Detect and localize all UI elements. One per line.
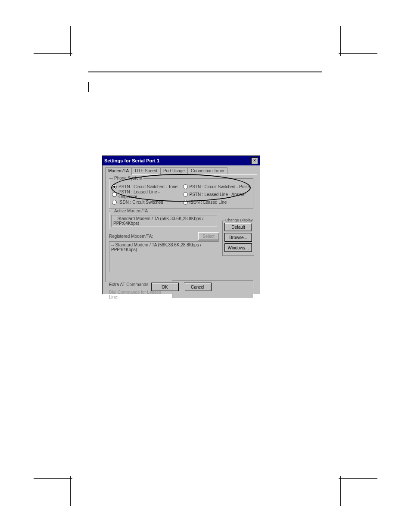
tab-label: Port Usage [163,168,185,173]
registered-modem-row: Registered Modem/TA: Select [109,232,219,240]
tab-connection-timer[interactable]: Connection Timer [188,167,227,175]
radio-isdn-ll[interactable]: ISDN : Leased Line [183,199,251,205]
radio-isdn-cs[interactable]: ISDN : Circuit Switched [112,199,180,205]
page-rule [88,72,322,72]
tab-panel-modem-ta: Phone System PSTN : Circuit Switched - T… [105,174,257,282]
tabstrip: Modem/TA DTE Speed Port Usage Connection… [105,167,257,175]
button-label: Cancel [191,285,204,289]
tab-label: Modem/TA [108,168,129,173]
crop-mark [70,26,71,56]
phone-system-legend: Phone System [113,176,143,180]
button-label: Windows... [228,246,249,250]
radio-icon [112,184,117,189]
crop-mark [70,476,71,506]
radio-icon [112,192,117,197]
phone-system-options: PSTN : Circuit Switched - Tone PSTN : Ci… [112,183,250,205]
tab-label: Connection Timer [191,168,224,173]
dial-commands-label: Dial Commands for Leased Line: [109,290,169,299]
active-modem-legend: Active Modem/TA [113,208,149,213]
close-icon: × [253,159,256,163]
page-rule-box [88,82,322,92]
windows-button[interactable]: Windows... [224,243,252,252]
dial-commands-row: Dial Commands for Leased Line: [109,290,253,299]
radio-pstn-cs-pulse[interactable]: PSTN : Circuit Switched - Pulse [183,183,251,190]
radio-label: PSTN : Circuit Switched - Pulse [190,184,250,189]
radio-label: PSTN : Leased Line - Originator [118,190,180,199]
button-label: OK [162,285,168,289]
registered-modem-label: Registered Modem/TA: [109,234,195,239]
tab-label: DTE Speed [135,168,157,173]
dial-commands-input[interactable] [172,291,253,299]
active-modem-value: -- Standard Modem / TA (56K,33.6K,28.8Kb… [111,215,217,227]
modem-area: Active Modem/TA -- Standard Modem / TA (… [109,211,219,272]
crop-mark [34,478,72,479]
dialog-buttons: OK Cancel [103,283,260,291]
tab-modem-ta[interactable]: Modem/TA [105,167,132,175]
tab-port-usage[interactable]: Port Usage [160,167,188,175]
browse-button[interactable]: Browse... [224,233,252,242]
button-label: Browse... [229,235,247,240]
active-modem-group: Active Modem/TA -- Standard Modem / TA (… [109,211,219,229]
change-display-group: Change Display Default Browse... Windows… [222,221,254,256]
dialog-title: Settings for Serial Port 1 [104,158,159,163]
radio-icon [112,200,117,205]
registered-modem-list[interactable]: -- Standard Modem / TA (56K,33.6K,28.8Kb… [109,241,219,272]
radio-icon [183,192,188,197]
default-button[interactable]: Default [224,223,252,231]
crop-mark [339,53,377,54]
phone-system-group: Phone System PSTN : Circuit Switched - T… [109,178,253,208]
ok-button[interactable]: OK [151,283,179,291]
crop-mark [339,478,377,479]
radio-label: PSTN : Leased Line - Answer [190,192,246,197]
button-label: Select [202,234,215,239]
dialog-client: Modem/TA DTE Speed Port Usage Connection… [103,165,260,285]
settings-dialog: Settings for Serial Port 1 × Modem/TA DT… [102,156,260,294]
crop-mark [340,26,341,56]
titlebar[interactable]: Settings for Serial Port 1 × [103,156,260,165]
radio-icon [183,184,188,189]
radio-label: ISDN : Leased Line [190,200,227,205]
tab-dte-speed[interactable]: DTE Speed [132,167,160,175]
radio-icon [183,200,188,205]
crop-mark [34,53,72,54]
radio-label: ISDN : Circuit Switched [118,200,163,205]
change-display-legend: Change Display [224,218,254,222]
radio-pstn-ll-originator[interactable]: PSTN : Leased Line - Originator [112,191,180,198]
select-button[interactable]: Select [198,232,219,240]
crop-mark [340,476,341,506]
list-item[interactable]: -- Standard Modem / TA (56K,33.6K,28.8Kb… [111,243,217,252]
radio-pstn-cs-tone[interactable]: PSTN : Circuit Switched - Tone [112,183,180,190]
button-label: Default [231,225,245,230]
change-display-box: Change Display Default Browse... Windows… [222,221,254,256]
close-button[interactable]: × [251,157,258,164]
radio-label: PSTN : Circuit Switched - Tone [118,184,177,189]
cancel-button[interactable]: Cancel [184,283,212,291]
radio-pstn-ll-answer[interactable]: PSTN : Leased Line - Answer [183,191,251,198]
